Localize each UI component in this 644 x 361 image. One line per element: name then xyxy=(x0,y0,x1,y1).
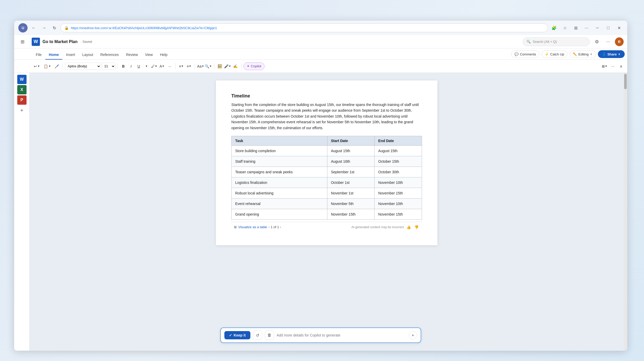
thumbs-up-button[interactable]: 👍 xyxy=(405,224,412,230)
trash-icon: 🗑 xyxy=(267,333,272,338)
doc-area: Timeline Starting from the completion of… xyxy=(30,73,624,351)
more-button[interactable]: ⋯ xyxy=(582,24,591,32)
table-cell-task: Grand opening xyxy=(232,209,327,219)
ai-generated-label: AI-generated content may be incorrect xyxy=(351,225,404,229)
page-info: 1 of 1 xyxy=(271,225,279,229)
more-options-button[interactable]: ··· xyxy=(604,37,613,46)
styles-button[interactable]: Aa ▼ xyxy=(197,63,204,70)
clipboard-button[interactable]: 📋 ▼ xyxy=(42,62,53,70)
bold-button[interactable]: B xyxy=(120,63,127,70)
table-cell-start: October 1st xyxy=(327,177,375,188)
table-cell-task: Event rehearsal xyxy=(232,198,327,209)
mic-button[interactable]: 🎤 ▼ xyxy=(224,63,231,70)
timeline-paragraph: Starting from the completion of the stor… xyxy=(231,102,422,131)
editor-button[interactable]: ✍️ xyxy=(232,63,239,70)
timeline-table: Task Start Date End Date Store building … xyxy=(231,136,422,220)
tab-help[interactable]: Help xyxy=(156,50,171,60)
regenerate-icon: ↺ xyxy=(256,333,259,338)
format-painter-button[interactable]: 🖌️ xyxy=(53,62,61,70)
back-button[interactable]: ← xyxy=(30,24,38,32)
search-icon: 🔍 xyxy=(527,40,531,44)
forward-button[interactable]: → xyxy=(40,24,48,32)
undo-group: ↩ ▼ 📋 ▼ 🖌️ xyxy=(32,62,61,70)
share-button[interactable]: 👤 Share ▼ xyxy=(598,50,625,58)
favorites-button[interactable]: ☆ xyxy=(561,24,569,32)
next-page-button[interactable]: › xyxy=(280,225,281,229)
share-icon: 👤 xyxy=(602,52,606,56)
underline-button[interactable]: U xyxy=(135,63,142,70)
refresh-button[interactable]: ↻ xyxy=(50,24,58,32)
app-title-section: Go to Market Plan · Saved xyxy=(43,39,92,44)
undo-button[interactable]: ↩ ▼ xyxy=(32,62,41,70)
delete-button[interactable]: 🗑 xyxy=(265,331,274,340)
table-cell-end: November 10th xyxy=(375,177,422,188)
style-group: Aa ▼ 🔍 ▼ xyxy=(197,63,212,70)
browser-toolbar-right: 🧩 ☆ ⊞ ⋯ ─ □ ✕ xyxy=(550,24,623,32)
comments-button[interactable]: 💬 Comments xyxy=(511,50,539,58)
word-app-icon[interactable]: W xyxy=(17,75,27,84)
toolbar-overflow-button[interactable]: ··· xyxy=(609,63,616,70)
paragraph-align-button[interactable]: ≡ ▼ xyxy=(185,63,193,70)
collections-button[interactable]: ⊞ xyxy=(572,24,580,32)
maximize-button[interactable]: □ xyxy=(604,24,612,32)
tab-layout[interactable]: Layout xyxy=(79,50,97,60)
app-bar-actions: ⚙ ··· R xyxy=(592,37,624,46)
minimize-button[interactable]: ─ xyxy=(593,24,601,32)
user-avatar[interactable]: R xyxy=(615,37,624,46)
add-app-icon[interactable]: + xyxy=(17,106,27,115)
scrollbar[interactable] xyxy=(624,73,627,351)
special-group: 🖼️ 🎤 ▼ ✍️ xyxy=(216,63,239,70)
insert-image-button[interactable]: 🖼️ xyxy=(216,63,224,70)
search-box[interactable]: 🔍 Search (Alt + Q) xyxy=(523,37,590,46)
italic-button[interactable]: I xyxy=(128,63,135,70)
catchup-button[interactable]: ⚡ Catch Up xyxy=(541,50,567,58)
highlight-button[interactable]: 🖊 ▼ xyxy=(151,63,158,70)
prev-page-button[interactable]: ‹ xyxy=(269,225,270,229)
apps-icon[interactable]: ⊞ xyxy=(18,37,27,46)
saved-label: · Saved xyxy=(81,40,92,44)
table-row: Robust local advertisingNovember 1stNove… xyxy=(232,188,422,198)
font-color-button[interactable]: A ▼ xyxy=(158,63,166,70)
font-family-select[interactable]: Aptos (Body) xyxy=(65,63,101,70)
table-row: Logistics finalizationOctober 1stNovembe… xyxy=(232,177,422,188)
thumbs-down-button[interactable]: 👎 xyxy=(413,224,419,230)
tab-references[interactable]: References xyxy=(97,50,123,60)
visualize-label[interactable]: Visualize as a table xyxy=(238,225,267,229)
keep-it-label: Keep it xyxy=(234,333,246,337)
table-cell-start: August 15th xyxy=(327,145,375,156)
profile-avatar[interactable]: U xyxy=(18,23,28,32)
settings-button[interactable]: ⚙ xyxy=(592,37,601,46)
ribbon-collapse-button[interactable]: ∧ xyxy=(617,63,625,70)
excel-app-icon[interactable]: X xyxy=(17,85,27,94)
tab-view[interactable]: View xyxy=(141,50,156,60)
keep-it-button[interactable]: ✓ Keep it xyxy=(224,331,250,339)
tab-insert[interactable]: Insert xyxy=(62,50,79,60)
timeline-heading: Timeline xyxy=(231,93,422,99)
tab-file[interactable]: File xyxy=(32,50,45,60)
find-button[interactable]: 🔍 ▼ xyxy=(205,63,212,70)
regenerate-button[interactable]: ↺ xyxy=(253,331,262,340)
send-button[interactable]: ➤ xyxy=(409,331,417,339)
copilot-input[interactable] xyxy=(277,331,406,340)
powerpoint-app-icon[interactable]: P xyxy=(17,95,27,105)
copilot-button[interactable]: ✦ Copilot xyxy=(243,62,265,70)
lock-icon: 🔒 xyxy=(64,26,69,30)
underline-dropdown[interactable]: ▼ xyxy=(143,63,150,70)
table-view-button[interactable]: ⊞ ▼ xyxy=(601,63,608,70)
editing-button[interactable]: ✏️ Editing ▼ xyxy=(570,50,596,58)
checkmark-icon: ✓ xyxy=(229,333,232,337)
bullet-list-button[interactable]: ≡ ▼ xyxy=(178,63,185,70)
table-header-end: End Date xyxy=(375,136,422,145)
tab-review[interactable]: Review xyxy=(122,50,141,60)
table-cell-task: Logistics finalization xyxy=(232,177,327,188)
address-bar[interactable]: 🔒 https://onedrive.live.com/:w:/t/EaCKkP… xyxy=(61,23,548,32)
doc-page: Timeline Starting from the completion of… xyxy=(216,80,437,245)
app-bar: ⊞ W Go to Market Plan · Saved 🔍 Search (… xyxy=(14,35,627,48)
more-font-button[interactable]: ··· xyxy=(166,63,173,70)
close-button[interactable]: ✕ xyxy=(615,24,623,32)
title-bar: U ← → ↻ 🔒 https://onedrive.live.com/:w:/… xyxy=(14,21,627,35)
extensions-button[interactable]: 🧩 xyxy=(550,24,558,32)
font-size-select[interactable]: 11 xyxy=(102,63,115,70)
tab-home[interactable]: Home xyxy=(45,50,63,60)
catchup-label: Catch Up xyxy=(550,52,564,56)
